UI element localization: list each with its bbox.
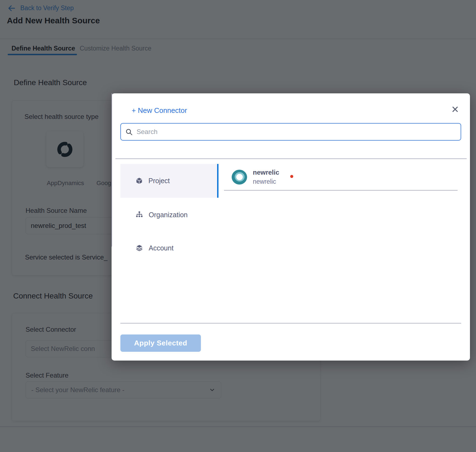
sidebar-divider	[112, 93, 112, 247]
search-input[interactable]	[137, 128, 456, 136]
scope-tab-project[interactable]: Project	[120, 164, 218, 198]
scope-label-account: Account	[149, 244, 173, 252]
layers-icon	[135, 244, 143, 252]
connector-id: newrelic	[253, 178, 276, 185]
connector-row-divider	[224, 190, 458, 191]
search-icon	[125, 128, 133, 136]
search-divider	[115, 158, 467, 159]
newrelic-icon	[231, 169, 247, 186]
connector-select-modal: + New Connector Project	[112, 93, 470, 361]
org-chart-icon	[135, 211, 143, 219]
scope-tab-organization[interactable]: Organization	[120, 207, 218, 223]
modal-footer-divider	[120, 323, 461, 323]
connector-list-item-newrelic[interactable]: newrelic newrelic	[231, 168, 462, 187]
close-icon	[451, 105, 459, 113]
close-button[interactable]	[449, 103, 461, 115]
connector-name: newrelic	[253, 169, 279, 176]
apply-selected-button[interactable]: Apply Selected	[120, 334, 201, 352]
new-connector-link[interactable]: + New Connector	[132, 106, 187, 115]
search-box	[120, 123, 461, 141]
scope-label-organization: Organization	[149, 211, 188, 219]
scope-tab-account[interactable]: Account	[120, 240, 218, 256]
connectivity-status-dot	[290, 175, 293, 178]
cube-icon	[135, 177, 143, 185]
scope-label-project: Project	[148, 177, 170, 185]
